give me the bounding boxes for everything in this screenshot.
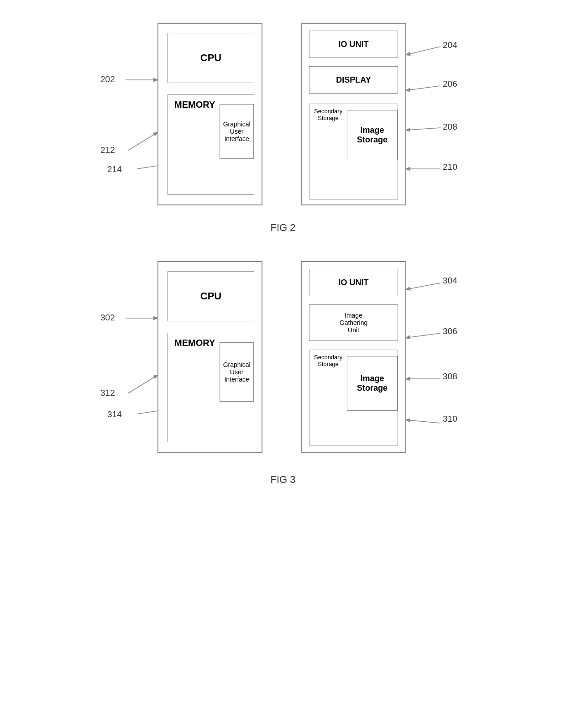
fig2-ref-210: 210 [443, 162, 457, 172]
fig3-img-gathering-box: Image Gathering Unit [309, 304, 398, 341]
svg-line-5 [406, 128, 440, 130]
fig3-image-storage-box: Image Storage [347, 356, 398, 411]
fig2-ref-214: 214 [107, 164, 122, 174]
svg-line-13 [406, 420, 440, 423]
fig3-ref-310: 310 [443, 414, 457, 424]
svg-line-10 [406, 283, 440, 289]
svg-line-3 [406, 47, 440, 55]
fig2-diagram: CPU MEMORY Graphical User Interface IO U… [87, 14, 479, 215]
fig3-ref-306: 306 [443, 326, 457, 336]
fig2-secondary-storage-box: Secondary Storage Image Storage [309, 104, 398, 199]
fig2-ref-204: 204 [443, 40, 457, 50]
fig3-secondary-storage-box: Secondary Storage Image Storage [309, 350, 398, 445]
fig2-caption: FIG 2 [270, 222, 295, 234]
fig2-display-box: DISPLAY [309, 66, 398, 94]
fig3-diagram: CPU MEMORY Graphical User Interface IO U… [87, 252, 479, 466]
svg-line-8 [128, 375, 157, 393]
fig3-ref-308: 308 [443, 372, 457, 382]
fig3-gui-box: Graphical User Interface [220, 342, 254, 402]
fig3-memory-box: MEMORY Graphical User Interface [168, 333, 254, 442]
svg-line-11 [406, 333, 440, 338]
fig3-io-unit-box: IO UNIT [309, 269, 398, 296]
fig2-ref-212: 212 [100, 145, 115, 155]
fig3-right-system-box: IO UNIT Image Gathering Unit Secondary S… [301, 261, 406, 453]
fig2-ref-206: 206 [443, 79, 457, 89]
fig3-cpu-box: CPU [168, 271, 254, 321]
fig2-image-storage-box: Image Storage [347, 110, 398, 160]
fig2-right-system-box: IO UNIT DISPLAY Secondary Storage Image … [301, 23, 406, 205]
fig2-ref-202: 202 [100, 74, 115, 84]
fig3-left-system-box: CPU MEMORY Graphical User Interface [157, 261, 262, 453]
fig2-gui-box: Graphical User Interface [220, 104, 254, 159]
fig3-ref-302: 302 [100, 313, 115, 323]
fig3-caption: FIG 3 [270, 474, 295, 486]
fig3-ref-304: 304 [443, 276, 457, 286]
fig2-memory-box: MEMORY Graphical User Interface [168, 94, 254, 195]
figure-2: CPU MEMORY Graphical User Interface IO U… [9, 14, 557, 234]
fig3-ref-314: 314 [107, 409, 122, 419]
fig2-left-system-box: CPU MEMORY Graphical User Interface [157, 23, 262, 205]
fig2-cpu-box: CPU [168, 33, 254, 83]
fig3-ref-312: 312 [100, 388, 115, 398]
svg-line-4 [406, 86, 440, 90]
fig2-ref-208: 208 [443, 122, 457, 132]
fig2-io-unit-box: IO UNIT [309, 31, 398, 58]
figure-3: CPU MEMORY Graphical User Interface IO U… [9, 252, 557, 486]
svg-line-1 [128, 132, 157, 151]
